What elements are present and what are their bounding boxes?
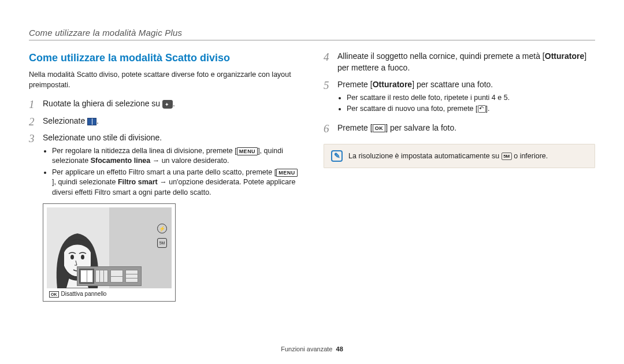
layout-option-1 — [80, 270, 93, 283]
step-number: 3 — [29, 132, 43, 146]
section-heading: Come utilizzare la modalità Scatto divis… — [29, 51, 300, 65]
step-1: 1 Ruotate la ghiera di selezione su . — [29, 98, 300, 112]
step-5-bullets: Per scattare il resto delle foto, ripete… — [347, 93, 595, 114]
page-header: Come utilizzare la modalità Magic Plus — [29, 28, 595, 40]
content-columns: Come utilizzare la modalità Scatto divis… — [29, 51, 595, 305]
bullet-3b: Per applicare un effetto Filtro smart a … — [52, 168, 300, 198]
left-column: Come utilizzare la modalità Scatto divis… — [29, 51, 300, 305]
step-3: 3 Selezionate uno stile di divisione. Pe… — [29, 132, 300, 302]
step-4-text: Allineate il soggetto nella cornice, qui… — [337, 51, 595, 73]
step-number: 2 — [29, 116, 43, 129]
step-2-text: Selezionate . — [43, 116, 300, 127]
step-6: 6 Premete [OK] per salvare la foto. — [324, 122, 595, 136]
bullet-5b: Per scattare di nuovo una foto, premete … — [347, 104, 595, 114]
flash-icon: ⚡ — [157, 224, 167, 233]
step-number: 5 — [324, 79, 337, 92]
step-5: 5 Premete [Otturatore] per scattare una … — [324, 79, 595, 119]
header-title: Come utilizzare la modalità Magic Plus — [29, 28, 182, 38]
step-number: 6 — [324, 122, 337, 136]
mode-dial-icon — [162, 100, 173, 109]
bullet-5a: Per scattare il resto delle foto, ripete… — [347, 93, 595, 103]
step-3-bullets: Per regolare la nitidezza della linea di… — [52, 146, 300, 198]
resolution-icon: 5M — [157, 238, 167, 248]
page-footer: Funzioni avanzate 48 — [0, 346, 624, 352]
ok-icon: OK — [49, 291, 59, 298]
note-icon: ✎ — [331, 150, 343, 162]
bullet-3a: Per regolare la nitidezza della linea di… — [52, 146, 300, 166]
step-1-text: Ruotate la ghiera di selezione su . — [43, 98, 300, 110]
layout-option-3 — [110, 270, 123, 283]
step-5-text: Premete [Otturatore] per scattare una fo… — [337, 79, 595, 91]
resolution-5m-icon: 5M — [502, 153, 512, 160]
step-3-text: Selezionate uno stile di divisione. — [43, 132, 300, 144]
section-intro: Nella modalità Scatto diviso, potete sca… — [29, 70, 300, 90]
note-box: ✎ La risoluzione è impostata automaticam… — [324, 144, 595, 168]
step-2: 2 Selezionate . — [29, 116, 300, 129]
camera-preview-illustration: ⚡ 5M OK Disattiva pannello — [43, 203, 176, 302]
note-text: La risoluzione è impostata automaticamen… — [348, 151, 548, 162]
ok-button-icon: OK — [373, 124, 386, 132]
step-number: 4 — [324, 51, 337, 64]
retake-icon — [478, 105, 486, 113]
layout-option-2 — [95, 270, 108, 283]
layout-option-4 — [125, 270, 138, 283]
step-6-text: Premete [OK] per salvare la foto. — [337, 122, 595, 134]
menu-button-icon: MENU — [237, 147, 258, 155]
preview-caption-bar: OK Disattiva pannello — [49, 290, 106, 298]
right-column: 4 Allineate il soggetto nella cornice, q… — [324, 51, 595, 305]
step-4: 4 Allineate il soggetto nella cornice, q… — [324, 51, 595, 76]
menu-button-icon: MENU — [276, 169, 298, 177]
layout-picker — [77, 266, 142, 286]
svg-point-1 — [70, 255, 74, 259]
preview-side-icons: ⚡ 5M — [157, 224, 167, 248]
svg-point-2 — [81, 255, 84, 259]
split-shot-icon — [87, 118, 96, 125]
step-number: 1 — [29, 98, 43, 112]
